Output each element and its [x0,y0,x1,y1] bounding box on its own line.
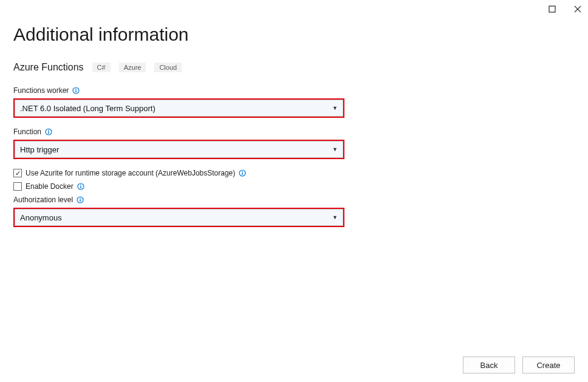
functions-worker-highlight: .NET 6.0 Isolated (Long Term Support) ▼ [13,98,344,118]
svg-point-17 [80,198,81,199]
auth-level-highlight: Anonymous ▼ [13,208,344,227]
function-dropdown[interactable]: Http trigger ▼ [15,141,343,158]
docker-checkbox[interactable] [13,182,22,191]
auth-level-label: Authorization level [13,196,575,204]
close-icon [574,5,581,13]
azurite-checkbox-row: Use Azurite for runtime storage account … [13,169,575,177]
functions-worker-label-text: Functions worker [13,86,69,95]
azurite-checkbox[interactable] [13,169,22,177]
function-highlight: Http trigger ▼ [13,140,344,159]
azurite-checkbox-label: Use Azurite for runtime storage account … [26,169,235,177]
info-icon[interactable] [239,169,246,177]
functions-worker-value: .NET 6.0 Isolated (Long Term Support) [20,104,156,113]
info-icon[interactable] [45,128,52,135]
close-button[interactable] [573,5,582,13]
auth-level-label-text: Authorization level [13,196,73,204]
function-label-text: Function [13,128,41,136]
functions-worker-dropdown[interactable]: .NET 6.0 Isolated (Long Term Support) ▼ [15,100,343,117]
auth-level-value: Anonymous [20,213,62,222]
chevron-down-icon: ▼ [332,105,338,111]
maximize-button[interactable] [548,5,556,13]
create-button[interactable]: Create [522,356,575,373]
project-header: Azure Functions C# Azure Cloud [13,62,575,73]
function-value: Http trigger [20,145,59,154]
tag-platform: Azure [119,63,146,72]
info-icon[interactable] [72,87,80,94]
svg-rect-0 [549,6,555,12]
info-icon[interactable] [77,196,84,203]
function-label: Function [13,128,575,136]
svg-point-14 [80,185,81,186]
svg-point-8 [48,130,49,131]
project-name: Azure Functions [13,62,84,73]
auth-level-dropdown[interactable]: Anonymous ▼ [15,209,343,226]
functions-worker-label: Functions worker [13,86,575,95]
docker-checkbox-row: Enable Docker [13,182,575,191]
page-title: Additional information [13,24,575,45]
tag-category: Cloud [154,63,182,72]
chevron-down-icon: ▼ [332,146,338,152]
info-icon[interactable] [77,183,84,190]
docker-checkbox-label: Enable Docker [26,182,74,191]
tag-language: C# [92,63,111,72]
maximize-icon [549,5,556,13]
svg-point-5 [75,89,77,90]
svg-point-11 [242,171,243,172]
back-button[interactable]: Back [463,356,515,373]
chevron-down-icon: ▼ [332,214,338,220]
